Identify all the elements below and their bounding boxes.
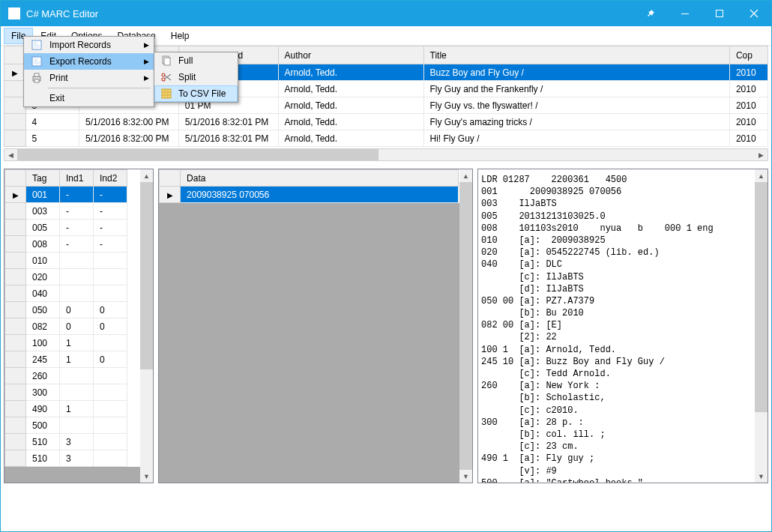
tag-row[interactable]: 5103 <box>5 434 127 450</box>
tag-cell[interactable]: 3 <box>60 434 94 450</box>
record-cell[interactable]: 2010 <box>729 114 768 130</box>
tag-cell[interactable] <box>94 285 127 302</box>
row-header[interactable] <box>5 285 26 302</box>
tag-row[interactable]: 24510 <box>5 351 127 368</box>
row-header[interactable] <box>5 384 26 401</box>
row-header[interactable] <box>4 97 26 114</box>
tag-cell[interactable] <box>94 253 127 269</box>
tag-cell[interactable]: 260 <box>26 368 60 384</box>
tag-cell[interactable]: 020 <box>26 269 60 285</box>
marc-preview-panel[interactable]: LDR 01287 2200361 4500 001 2009038925 07… <box>477 169 768 483</box>
record-cell[interactable]: Arnold, Tedd. <box>278 64 423 81</box>
record-cell[interactable]: Arnold, Tedd. <box>278 97 423 114</box>
record-cell[interactable]: 2010 <box>729 130 768 147</box>
tags-header[interactable] <box>5 170 26 187</box>
tag-cell[interactable] <box>94 335 127 351</box>
records-header[interactable]: Title <box>423 46 729 64</box>
tag-cell[interactable] <box>60 384 94 401</box>
scroll-left-button[interactable]: ◀ <box>4 149 17 160</box>
tag-cell[interactable]: 510 <box>26 450 60 467</box>
tag-cell[interactable]: 050 <box>26 302 60 318</box>
record-cell[interactable]: Buzz Boy and Fly Guy / <box>423 64 729 81</box>
tag-cell[interactable]: 003 <box>26 203 60 220</box>
row-header[interactable] <box>4 130 26 147</box>
row-header[interactable] <box>5 269 26 285</box>
record-cell[interactable]: 5/1/2016 8:32:00 PM <box>79 130 179 147</box>
tag-cell[interactable]: 0 <box>60 302 94 318</box>
tag-cell[interactable]: - <box>60 220 94 236</box>
tag-cell[interactable]: - <box>60 187 94 203</box>
scroll-up-button[interactable]: ▲ <box>140 169 153 182</box>
records-hscrollbar[interactable]: ◀ ▶ <box>4 148 768 161</box>
row-header[interactable] <box>5 401 26 417</box>
export-split[interactable]: Split <box>154 69 238 85</box>
record-row[interactable]: 55/1/2016 8:32:00 PM5/1/2016 8:32:01 PMA… <box>4 130 768 147</box>
tags-vscrollbar[interactable]: ▲ ▼ <box>140 169 153 483</box>
record-row[interactable]: 45/1/2016 8:32:00 PM5/1/2016 8:32:01 PMA… <box>4 114 768 130</box>
tag-row[interactable]: 260 <box>5 368 127 384</box>
file-menu-print[interactable]: Print ▶ <box>24 70 154 86</box>
tag-cell[interactable]: 1 <box>60 335 94 351</box>
tag-cell[interactable]: 008 <box>26 236 60 253</box>
row-header[interactable] <box>5 318 26 335</box>
tag-cell[interactable]: 0 <box>60 318 94 335</box>
menu-help[interactable]: Help <box>163 28 197 44</box>
tag-cell[interactable] <box>60 285 94 302</box>
records-header[interactable] <box>4 46 26 64</box>
file-menu-export[interactable]: Export Records ▶ <box>24 53 154 70</box>
export-full[interactable]: Full <box>154 52 238 69</box>
row-header[interactable] <box>5 203 26 220</box>
row-header[interactable] <box>5 236 26 253</box>
row-header[interactable] <box>4 81 26 97</box>
row-header[interactable] <box>5 335 26 351</box>
row-header[interactable] <box>5 302 26 318</box>
scroll-up-button[interactable]: ▲ <box>755 169 768 182</box>
tag-cell[interactable] <box>94 368 127 384</box>
tag-row[interactable]: 1001 <box>5 335 127 351</box>
row-header[interactable] <box>5 417 26 434</box>
tag-row[interactable]: 5103 <box>5 450 127 467</box>
tag-row[interactable]: 020 <box>5 269 127 285</box>
scroll-up-button[interactable]: ▲ <box>459 169 472 182</box>
tag-row[interactable]: 005-- <box>5 220 127 236</box>
row-header[interactable] <box>5 434 26 450</box>
tag-row[interactable]: 008-- <box>5 236 127 253</box>
data-header[interactable]: Data <box>181 170 459 187</box>
tag-cell[interactable] <box>60 253 94 269</box>
record-cell[interactable]: 5 <box>25 130 79 147</box>
tag-cell[interactable]: 490 <box>26 401 60 417</box>
record-cell[interactable]: Fly Guy and the Frankenfly / <box>423 81 729 97</box>
tag-cell[interactable]: 245 <box>26 351 60 368</box>
record-cell[interactable]: 4 <box>25 114 79 130</box>
data-panel[interactable]: Data▶2009038925 070056 ▲ ▼ <box>158 169 473 483</box>
record-cell[interactable]: 2010 <box>729 81 768 97</box>
tag-cell[interactable]: 082 <box>26 318 60 335</box>
tag-cell[interactable]: - <box>94 203 127 220</box>
scroll-thumb[interactable] <box>459 182 472 470</box>
tag-cell[interactable] <box>94 269 127 285</box>
tag-cell[interactable] <box>60 269 94 285</box>
data-cell[interactable]: 2009038925 070056 <box>181 187 459 203</box>
pin-button[interactable] <box>633 1 668 26</box>
maximize-button[interactable] <box>702 1 737 26</box>
file-menu-exit[interactable]: Exit <box>24 90 154 106</box>
scroll-down-button[interactable]: ▼ <box>140 470 153 483</box>
record-cell[interactable]: Arnold, Tedd. <box>278 114 423 130</box>
scroll-thumb[interactable] <box>140 182 153 369</box>
tag-cell[interactable] <box>60 368 94 384</box>
tag-cell[interactable]: - <box>94 220 127 236</box>
tag-cell[interactable]: 010 <box>26 253 60 269</box>
tag-cell[interactable]: 005 <box>26 220 60 236</box>
tag-row[interactable]: 08200 <box>5 318 127 335</box>
tag-cell[interactable]: 0 <box>94 302 127 318</box>
scroll-down-button[interactable]: ▼ <box>755 470 768 483</box>
export-to-csv[interactable]: To CSV File <box>154 85 238 102</box>
tag-row[interactable]: 500 <box>5 417 127 434</box>
tag-cell[interactable]: 0 <box>94 318 127 335</box>
tags-header[interactable]: Ind1 <box>60 170 94 187</box>
record-cell[interactable]: Fly Guy vs. the flyswatter! / <box>423 97 729 114</box>
record-cell[interactable]: Fly Guy's amazing tricks / <box>423 114 729 130</box>
record-cell[interactable]: 2010 <box>729 64 768 81</box>
tags-panel[interactable]: TagInd1Ind2▶001--003--005--008--01002004… <box>4 169 154 483</box>
tag-cell[interactable] <box>94 384 127 401</box>
